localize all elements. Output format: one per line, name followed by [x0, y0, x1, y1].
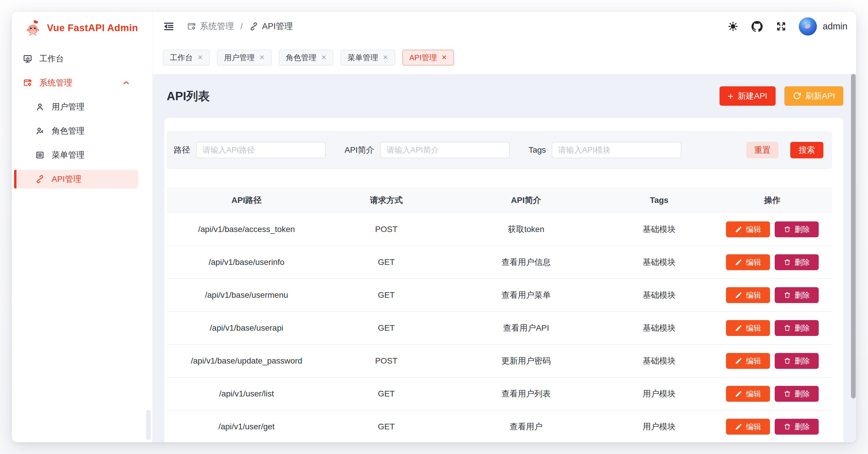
summary-cell: 查看用户信息	[446, 257, 606, 268]
delete-button[interactable]: 删除	[775, 287, 819, 303]
breadcrumb-system[interactable]: 系统管理	[187, 21, 234, 32]
col-tags: Tags	[606, 196, 712, 205]
method-cell: POST	[326, 225, 446, 234]
refresh-api-button[interactable]: 刷新API	[784, 86, 843, 106]
delete-button[interactable]: 删除	[775, 221, 819, 237]
sidebar-item-label: 系统管理	[39, 77, 72, 88]
path-input[interactable]	[196, 142, 326, 158]
tab-roles[interactable]: 角色管理 ✕	[279, 50, 333, 65]
tags-cell: 用户模块	[606, 388, 712, 399]
tab-menus[interactable]: 菜单管理 ✕	[340, 50, 395, 65]
edit-button[interactable]: 编辑	[726, 221, 770, 237]
actions-cell: 编辑 删除	[712, 386, 832, 402]
chick-logo-icon	[24, 19, 42, 37]
edit-button[interactable]: 编辑	[726, 320, 770, 336]
delete-button[interactable]: 删除	[775, 386, 819, 402]
edit-label: 编辑	[746, 323, 761, 333]
tab-api[interactable]: API管理 ✕	[402, 50, 454, 65]
sidebar-item-label: API管理	[52, 174, 81, 185]
content-area: API列表 + 新建API 刷新API 路径 A	[153, 74, 856, 442]
actions-cell: 编辑 删除	[712, 221, 832, 237]
sidebar-item-users[interactable]: 用户管理	[14, 97, 138, 116]
sidebar-scrollbar[interactable]	[146, 410, 151, 440]
theme-sun-icon[interactable]	[727, 21, 739, 32]
table-row: /api/v1/base/userapi GET 查看用户API 基础模块 编辑…	[167, 312, 832, 345]
sidebar-collapse-icon[interactable]	[163, 21, 175, 32]
api-path-cell: /api/v1/user/list	[167, 389, 326, 398]
new-api-button[interactable]: + 新建API	[719, 86, 776, 106]
app-logo[interactable]: Vue FastAPI Admin	[12, 12, 152, 44]
sidebar-item-label: 角色管理	[52, 125, 85, 137]
sidebar-item-menus[interactable]: 菜单管理	[14, 146, 138, 165]
sidebar-item-api[interactable]: API管理	[14, 170, 138, 189]
delete-button[interactable]: 删除	[775, 353, 819, 369]
table-row: /api/v1/base/usermenu GET 查看用户菜单 基础模块 编辑…	[167, 279, 832, 312]
summary-input[interactable]	[380, 142, 510, 158]
api-path-cell: /api/v1/base/update_password	[167, 356, 326, 366]
edit-button[interactable]: 编辑	[726, 287, 770, 303]
trash-icon	[783, 423, 791, 430]
edit-button[interactable]: 编辑	[726, 254, 770, 270]
delete-label: 删除	[795, 389, 810, 399]
close-icon[interactable]: ✕	[442, 54, 447, 61]
delete-button[interactable]: 删除	[775, 320, 819, 336]
github-icon[interactable]	[751, 21, 763, 32]
col-summary: API简介	[446, 195, 606, 206]
api-path-cell: /api/v1/user/get	[167, 422, 326, 431]
sidebar-item-roles[interactable]: 角色管理	[14, 121, 138, 140]
edit-button[interactable]: 编辑	[726, 419, 770, 435]
reset-button[interactable]: 重置	[746, 142, 778, 158]
close-icon[interactable]: ✕	[197, 54, 203, 61]
api-table: API路径 请求方式 API简介 Tags 操作 /api/v1/base/ac…	[167, 187, 832, 442]
trash-icon	[783, 291, 791, 299]
delete-label: 删除	[795, 356, 810, 366]
sidebar-item-label: 菜单管理	[52, 149, 85, 161]
sidebar-item-system[interactable]: 系统管理	[14, 74, 138, 92]
breadcrumb-api[interactable]: API管理	[249, 21, 293, 32]
tab-label: 菜单管理	[347, 53, 378, 63]
avatar[interactable]	[799, 17, 817, 35]
filter-panel: 路径 API简介 Tags 重置 搜索	[167, 131, 832, 169]
header-actions: admin	[715, 17, 847, 35]
tags-cell: 基础模块	[606, 355, 712, 367]
path-label: 路径	[174, 144, 190, 155]
edit-button[interactable]: 编辑	[726, 386, 770, 402]
delete-button[interactable]: 删除	[775, 419, 819, 435]
search-button[interactable]: 搜索	[790, 142, 824, 158]
user-icon	[35, 102, 44, 112]
tab-users[interactable]: 用户管理 ✕	[217, 50, 272, 65]
api-plug-icon	[35, 174, 44, 184]
close-icon[interactable]: ✕	[321, 54, 326, 61]
trash-icon	[783, 324, 791, 332]
trash-icon	[783, 258, 791, 266]
main-area: 系统管理 / API管理 adm	[153, 12, 856, 442]
sidebar-item-workbench[interactable]: 工作台	[14, 49, 138, 68]
fullscreen-icon[interactable]	[775, 21, 787, 32]
close-icon[interactable]: ✕	[383, 54, 388, 61]
page-header-actions: + 新建API 刷新API	[719, 86, 843, 106]
tags-input[interactable]	[552, 142, 681, 158]
edit-label: 编辑	[746, 389, 761, 399]
edit-label: 编辑	[746, 422, 761, 432]
username[interactable]: admin	[823, 21, 847, 32]
actions-cell: 编辑 删除	[712, 254, 832, 270]
close-icon[interactable]: ✕	[259, 54, 265, 61]
tab-workbench[interactable]: 工作台 ✕	[163, 50, 210, 65]
refresh-icon	[793, 92, 801, 101]
app-window: Vue FastAPI Admin 工作台 系统管理 用户管理 角色管理	[12, 12, 856, 442]
summary-cell: 查看用户	[446, 421, 606, 432]
main-scrollbar[interactable]	[851, 74, 856, 398]
top-header: 系统管理 / API管理 adm	[153, 12, 856, 41]
table-row: /api/v1/base/userinfo GET 查看用户信息 基础模块 编辑…	[167, 246, 832, 279]
breadcrumb-label: API管理	[262, 21, 293, 32]
tags-cell: 基础模块	[606, 224, 712, 235]
edit-button[interactable]: 编辑	[726, 353, 770, 369]
delete-button[interactable]: 删除	[775, 254, 819, 270]
pencil-icon	[735, 324, 742, 332]
breadcrumb: 系统管理 / API管理	[187, 21, 293, 32]
method-cell: POST	[326, 356, 446, 366]
table-row: /api/v1/user/get GET 查看用户 用户模块 编辑 删除	[167, 410, 832, 442]
col-path: API路径	[167, 195, 326, 206]
edit-label: 编辑	[746, 224, 761, 235]
pencil-icon	[735, 390, 742, 398]
